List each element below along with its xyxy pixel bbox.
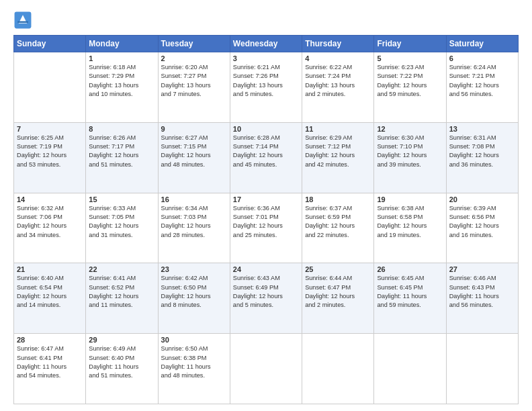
- day-number: 12: [377, 125, 443, 133]
- calendar-week-row: 14Sunrise: 6:32 AM Sunset: 7:06 PM Dayli…: [14, 193, 519, 263]
- day-number: 8: [89, 125, 154, 133]
- calendar-day-cell: [302, 334, 374, 404]
- day-number: 18: [305, 195, 371, 203]
- day-number: 19: [377, 195, 443, 203]
- calendar-day-cell: 12Sunrise: 6:30 AM Sunset: 7:10 PM Dayli…: [374, 122, 446, 193]
- day-number: 17: [233, 195, 299, 203]
- day-number: 27: [449, 265, 515, 273]
- day-info: Sunrise: 6:36 AM Sunset: 7:01 PM Dayligh…: [233, 204, 299, 240]
- calendar-day-header: Tuesday: [158, 36, 230, 52]
- calendar-day-cell: 16Sunrise: 6:34 AM Sunset: 7:03 PM Dayli…: [158, 193, 230, 263]
- calendar-header-row: SundayMondayTuesdayWednesdayThursdayFrid…: [14, 36, 519, 52]
- day-number: 16: [161, 195, 227, 203]
- day-number: 23: [161, 265, 227, 273]
- day-info: Sunrise: 6:24 AM Sunset: 7:21 PM Dayligh…: [449, 63, 515, 99]
- calendar-day-header: Wednesday: [230, 36, 302, 52]
- calendar-day-cell: 6Sunrise: 6:24 AM Sunset: 7:21 PM Daylig…: [446, 52, 518, 123]
- calendar-day-cell: [446, 334, 518, 404]
- calendar-day-header: Thursday: [302, 36, 374, 52]
- day-number: 11: [305, 125, 371, 133]
- calendar-week-row: 7Sunrise: 6:25 AM Sunset: 7:19 PM Daylig…: [14, 122, 519, 193]
- day-number: 20: [449, 195, 515, 203]
- calendar-day-cell: 19Sunrise: 6:38 AM Sunset: 6:58 PM Dayli…: [374, 193, 446, 263]
- calendar-day-header: Monday: [86, 36, 158, 52]
- calendar-day-cell: 26Sunrise: 6:45 AM Sunset: 6:45 PM Dayli…: [374, 263, 446, 334]
- calendar-day-cell: 23Sunrise: 6:42 AM Sunset: 6:50 PM Dayli…: [158, 263, 230, 334]
- day-number: 6: [449, 54, 515, 62]
- day-number: 5: [377, 54, 443, 62]
- calendar-day-cell: 8Sunrise: 6:26 AM Sunset: 7:17 PM Daylig…: [86, 122, 158, 193]
- day-info: Sunrise: 6:49 AM Sunset: 6:40 PM Dayligh…: [89, 345, 154, 380]
- day-number: 25: [305, 265, 371, 273]
- day-number: 1: [89, 54, 154, 62]
- day-number: 30: [161, 336, 227, 344]
- logo: [13, 11, 35, 30]
- calendar-day-cell: 2Sunrise: 6:20 AM Sunset: 7:27 PM Daylig…: [158, 52, 230, 123]
- day-info: Sunrise: 6:38 AM Sunset: 6:58 PM Dayligh…: [377, 204, 443, 240]
- day-number: 28: [17, 336, 83, 344]
- calendar-day-cell: 1Sunrise: 6:18 AM Sunset: 7:29 PM Daylig…: [86, 52, 158, 123]
- calendar-week-row: 28Sunrise: 6:47 AM Sunset: 6:41 PM Dayli…: [14, 334, 519, 404]
- calendar-day-cell: 20Sunrise: 6:39 AM Sunset: 6:56 PM Dayli…: [446, 193, 518, 263]
- day-number: 24: [233, 265, 299, 273]
- day-info: Sunrise: 6:46 AM Sunset: 6:43 PM Dayligh…: [449, 274, 515, 310]
- calendar-day-cell: 11Sunrise: 6:29 AM Sunset: 7:12 PM Dayli…: [302, 122, 374, 193]
- day-info: Sunrise: 6:23 AM Sunset: 7:22 PM Dayligh…: [377, 63, 443, 99]
- day-info: Sunrise: 6:47 AM Sunset: 6:41 PM Dayligh…: [17, 345, 83, 380]
- calendar-day-cell: 27Sunrise: 6:46 AM Sunset: 6:43 PM Dayli…: [446, 263, 518, 334]
- calendar-day-cell: 4Sunrise: 6:22 AM Sunset: 7:24 PM Daylig…: [302, 52, 374, 123]
- logo-icon: [13, 11, 32, 30]
- day-number: 3: [233, 54, 299, 62]
- day-number: 7: [17, 125, 83, 133]
- calendar-day-cell: 28Sunrise: 6:47 AM Sunset: 6:41 PM Dayli…: [14, 334, 86, 404]
- day-number: 21: [17, 265, 83, 273]
- calendar-day-cell: 30Sunrise: 6:50 AM Sunset: 6:38 PM Dayli…: [158, 334, 230, 404]
- day-number: 14: [17, 195, 83, 203]
- calendar-table: SundayMondayTuesdayWednesdayThursdayFrid…: [13, 35, 519, 404]
- calendar-day-cell: 15Sunrise: 6:33 AM Sunset: 7:05 PM Dayli…: [86, 193, 158, 263]
- day-info: Sunrise: 6:50 AM Sunset: 6:38 PM Dayligh…: [161, 345, 227, 380]
- calendar-day-cell: 22Sunrise: 6:41 AM Sunset: 6:52 PM Dayli…: [86, 263, 158, 334]
- day-info: Sunrise: 6:34 AM Sunset: 7:03 PM Dayligh…: [161, 204, 227, 240]
- calendar-day-cell: 9Sunrise: 6:27 AM Sunset: 7:15 PM Daylig…: [158, 122, 230, 193]
- day-info: Sunrise: 6:39 AM Sunset: 6:56 PM Dayligh…: [449, 204, 515, 240]
- day-info: Sunrise: 6:20 AM Sunset: 7:27 PM Dayligh…: [161, 63, 227, 99]
- day-info: Sunrise: 6:40 AM Sunset: 6:54 PM Dayligh…: [17, 274, 83, 310]
- calendar-day-cell: 17Sunrise: 6:36 AM Sunset: 7:01 PM Dayli…: [230, 193, 302, 263]
- day-info: Sunrise: 6:21 AM Sunset: 7:26 PM Dayligh…: [233, 63, 299, 99]
- day-info: Sunrise: 6:45 AM Sunset: 6:45 PM Dayligh…: [377, 274, 443, 310]
- day-number: 13: [449, 125, 515, 133]
- calendar-week-row: 21Sunrise: 6:40 AM Sunset: 6:54 PM Dayli…: [14, 263, 519, 334]
- day-number: 29: [89, 336, 154, 344]
- day-number: 26: [377, 265, 443, 273]
- day-info: Sunrise: 6:22 AM Sunset: 7:24 PM Dayligh…: [305, 63, 371, 99]
- day-info: Sunrise: 6:43 AM Sunset: 6:49 PM Dayligh…: [233, 274, 299, 310]
- day-info: Sunrise: 6:37 AM Sunset: 6:59 PM Dayligh…: [305, 204, 371, 240]
- calendar-day-cell: 18Sunrise: 6:37 AM Sunset: 6:59 PM Dayli…: [302, 193, 374, 263]
- day-number: 9: [161, 125, 227, 133]
- day-number: 4: [305, 54, 371, 62]
- day-number: 10: [233, 125, 299, 133]
- calendar-day-header: Saturday: [446, 36, 518, 52]
- day-info: Sunrise: 6:32 AM Sunset: 7:06 PM Dayligh…: [17, 204, 83, 240]
- day-info: Sunrise: 6:44 AM Sunset: 6:47 PM Dayligh…: [305, 274, 371, 310]
- day-info: Sunrise: 6:30 AM Sunset: 7:10 PM Dayligh…: [377, 134, 443, 169]
- day-number: 2: [161, 54, 227, 62]
- day-info: Sunrise: 6:26 AM Sunset: 7:17 PM Dayligh…: [89, 134, 154, 169]
- calendar-week-row: 1Sunrise: 6:18 AM Sunset: 7:29 PM Daylig…: [14, 52, 519, 123]
- calendar-day-header: Friday: [374, 36, 446, 52]
- day-info: Sunrise: 6:42 AM Sunset: 6:50 PM Dayligh…: [161, 274, 227, 310]
- header: [13, 11, 519, 30]
- svg-rect-2: [17, 21, 28, 23]
- day-number: 22: [89, 265, 154, 273]
- day-info: Sunrise: 6:41 AM Sunset: 6:52 PM Dayligh…: [89, 274, 154, 310]
- calendar-day-cell: 14Sunrise: 6:32 AM Sunset: 7:06 PM Dayli…: [14, 193, 86, 263]
- calendar-day-cell: [14, 52, 86, 123]
- day-info: Sunrise: 6:28 AM Sunset: 7:14 PM Dayligh…: [233, 134, 299, 169]
- day-number: 15: [89, 195, 154, 203]
- day-info: Sunrise: 6:33 AM Sunset: 7:05 PM Dayligh…: [89, 204, 154, 240]
- day-info: Sunrise: 6:29 AM Sunset: 7:12 PM Dayligh…: [305, 134, 371, 169]
- calendar-day-cell: 24Sunrise: 6:43 AM Sunset: 6:49 PM Dayli…: [230, 263, 302, 334]
- page: SundayMondayTuesdayWednesdayThursdayFrid…: [0, 0, 532, 411]
- calendar-day-cell: 3Sunrise: 6:21 AM Sunset: 7:26 PM Daylig…: [230, 52, 302, 123]
